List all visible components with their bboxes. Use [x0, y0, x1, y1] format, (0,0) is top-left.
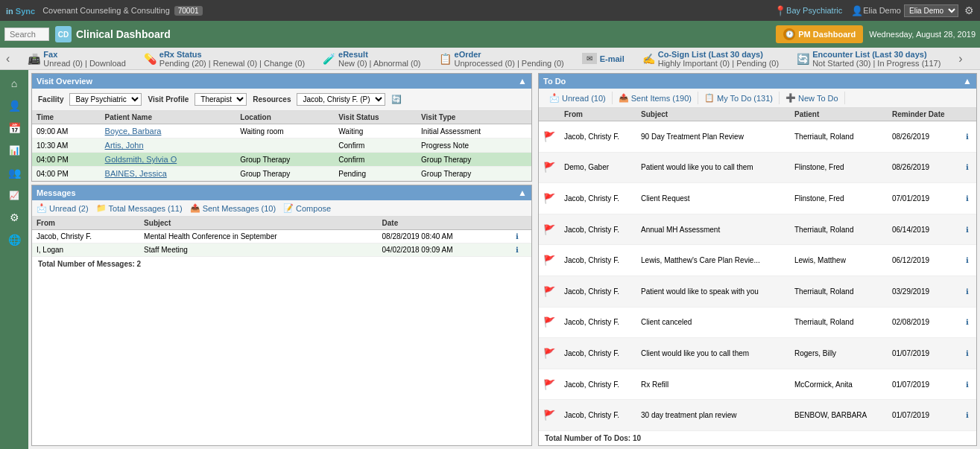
resources-refresh-icon[interactable]: 🔄 — [391, 95, 402, 104]
fax-label: Fax — [43, 50, 125, 59]
msg-date: 08/28/2019 08:40 AM — [378, 230, 512, 243]
visit-time: 04:00 PM — [32, 153, 101, 167]
email-nav-item[interactable]: ✉ E-mail — [579, 51, 627, 66]
visit-location: Group Therapy — [235, 153, 334, 167]
sidebar-item-person[interactable]: 👤 — [3, 95, 25, 116]
todo-subject: Client Request — [636, 183, 790, 214]
cosign-sub: Highly Important (0) | Pending (0) — [658, 59, 779, 68]
pm-dashboard-button[interactable]: 🕐 PM Dashboard — [776, 25, 863, 43]
todo-info-icon[interactable]: ℹ — [961, 307, 976, 338]
todo-info-icon[interactable]: ℹ — [961, 400, 976, 431]
todo-info-icon[interactable]: ℹ — [961, 183, 976, 214]
visit-patient[interactable]: Boyce, Barbara — [101, 124, 236, 138]
todo-collapse[interactable]: ▲ — [963, 76, 972, 86]
todo-patient: Therriault, Roland — [790, 307, 888, 338]
visit-profile-label: Visit Profile — [148, 95, 189, 104]
todo-date: 01/07/2019 — [888, 369, 961, 400]
msg-action-icon[interactable]: ℹ — [511, 243, 531, 257]
todo-table: From Subject Patient Reminder Date 🚩 Jac… — [539, 108, 976, 431]
visit-overview-section: Visit Overview ▲ Facility Bay Psychiatri… — [31, 73, 532, 182]
search-input[interactable] — [4, 28, 49, 41]
todo-info-icon[interactable]: ℹ — [961, 369, 976, 400]
messages-table: From Subject Date Jacob, Christy F. Ment… — [32, 217, 531, 257]
todo-flag-icon: 🚩 — [539, 369, 560, 400]
todo-tab-mytodo[interactable]: 📋 My To Do (131) — [698, 92, 780, 104]
messages-collapse[interactable]: ▲ — [518, 188, 527, 198]
settings-icon[interactable]: ⚙ — [964, 4, 974, 16]
sidebar-item-analytics[interactable]: 📈 — [3, 185, 25, 206]
visit-col-patient: Patient Name — [101, 111, 236, 124]
todo-tab-new[interactable]: ➕ New To Do — [780, 92, 845, 104]
todo-flag-icon: 🚩 — [539, 214, 560, 245]
eresult-nav-item[interactable]: 🧪 eResult New (0) | Abnormal (0) — [320, 48, 423, 69]
todo-info-icon[interactable]: ℹ — [961, 338, 976, 369]
eresult-sub: New (0) | Abnormal (0) — [338, 59, 420, 68]
todo-info-icon[interactable]: ℹ — [961, 121, 976, 153]
facility-select[interactable]: Bay Psychiatric — [69, 93, 142, 106]
nav-prev-arrow[interactable]: ‹ — [3, 52, 13, 66]
sidebar-item-settings[interactable]: ⚙ — [3, 207, 25, 228]
todo-info-icon[interactable]: ℹ — [961, 276, 976, 307]
todo-col-date: Reminder Date — [888, 108, 961, 121]
visit-col-location: Location — [235, 111, 334, 124]
visit-patient[interactable]: Artis, John — [101, 138, 236, 153]
msg-subject: Mental Health Conference in September — [139, 230, 377, 243]
todo-from: Jacob, Christy F. — [560, 276, 636, 307]
resources-select[interactable]: Jacob, Christy F. (P) — [297, 93, 385, 106]
todo-tab-unread[interactable]: 📩 Unread (10) — [543, 92, 613, 104]
erx-nav-item[interactable]: 💊 eRx Status Pending (20) | Renewal (0) … — [141, 48, 308, 69]
msg-action-icon[interactable]: ℹ — [511, 230, 531, 243]
visit-type: Initial Assessment — [417, 124, 531, 138]
todo-flag-icon: 🚩 — [539, 183, 560, 214]
todo-date: 03/29/2019 — [888, 276, 961, 307]
visit-patient[interactable]: BAINES, Jessica — [101, 167, 236, 181]
todo-date: 02/08/2019 — [888, 307, 961, 338]
todo-tab-sent[interactable]: 📤 Sent Items (190) — [613, 92, 698, 104]
erx-sub: Pending (20) | Renewal (0) | Change (0) — [159, 59, 305, 68]
todo-info-icon[interactable]: ℹ — [961, 214, 976, 245]
todo-patient: Therriault, Roland — [790, 121, 888, 153]
todo-info-icon[interactable]: ℹ — [961, 245, 976, 276]
sidebar-item-home[interactable]: ⌂ — [3, 73, 25, 94]
page-title: Clinical Dashboard — [76, 28, 776, 40]
table-row: 04:00 PM BAINES, Jessica Group Therapy P… — [32, 167, 531, 181]
eorder-label: eOrder — [455, 50, 564, 59]
todo-info-icon[interactable]: ℹ — [961, 152, 976, 183]
nav-next-arrow[interactable]: › — [955, 52, 965, 66]
messages-tab-compose[interactable]: 📝 Compose — [283, 203, 331, 213]
msg-col-date: Date — [378, 217, 512, 230]
visit-overview-collapse[interactable]: ▲ — [518, 76, 527, 86]
list-item: 🚩 Jacob, Christy F. Client would like yo… — [539, 338, 976, 369]
user-dropdown[interactable]: Elia Demo — [904, 4, 958, 17]
cosign-nav-item[interactable]: ✍ Co-Sign List (Last 30 days) Highly Imp… — [639, 48, 782, 69]
todo-header: To Do ▲ — [539, 74, 976, 89]
list-item: 🚩 Jacob, Christy F. 90 Day Treatment Pla… — [539, 121, 976, 153]
todo-date: 06/14/2019 — [888, 214, 961, 245]
todo-from: Jacob, Christy F. — [560, 369, 636, 400]
messages-tab-unread[interactable]: 📩 Unread (2) — [37, 203, 89, 213]
app-logo: in Sync — [6, 5, 35, 16]
sidebar-item-calendar[interactable]: 📅 — [3, 118, 25, 138]
todo-flag-icon: 🚩 — [539, 276, 560, 307]
location-label: Bay Psychiatric — [786, 6, 842, 15]
eorder-nav-item[interactable]: 📋 eOrder Unprocessed (0) | Pending (0) — [436, 48, 567, 69]
visit-time: 09:00 AM — [32, 124, 101, 138]
fax-nav-item[interactable]: 📠 Fax Unread (0) | Download — [25, 48, 128, 69]
sidebar-item-globe[interactable]: 🌐 — [3, 229, 25, 250]
todo-subject: 30 day treatment plan review — [636, 400, 790, 431]
visit-profile-select[interactable]: Therapist — [195, 93, 247, 106]
messages-tab-sent[interactable]: 📤 Sent Messages (10) — [190, 203, 276, 213]
eresult-label: eResult — [338, 50, 420, 59]
messages-tab-total[interactable]: 📁 Total Messages (11) — [96, 203, 183, 213]
org-id: 70001 — [174, 6, 203, 16]
total-tab-label: Total Messages (11) — [109, 204, 183, 213]
encounter-nav-item[interactable]: 🔄 Encounter List (Last 30 days) Not Star… — [794, 48, 943, 69]
sidebar-item-chart[interactable]: 📊 — [3, 140, 25, 161]
sidebar-item-users[interactable]: 👥 — [3, 162, 25, 183]
todo-patient: Therriault, Roland — [790, 214, 888, 245]
messages-header: Messages ▲ — [32, 185, 531, 200]
table-row: 04:00 PM Goldsmith, Sylvia O Group Thera… — [32, 153, 531, 167]
unread-tab-label: Unread (2) — [49, 204, 89, 213]
visit-col-status: Visit Status — [334, 111, 417, 124]
visit-patient[interactable]: Goldsmith, Sylvia O — [101, 153, 236, 167]
